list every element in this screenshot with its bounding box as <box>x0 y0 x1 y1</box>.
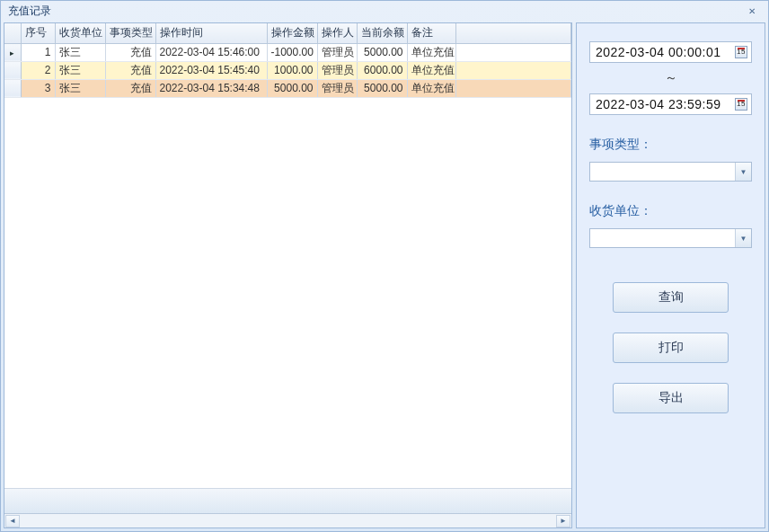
cell-time[interactable]: 2022-03-04 15:45:40 <box>155 61 267 79</box>
cell-seq[interactable]: 1 <box>21 43 55 61</box>
type-combo-value <box>590 163 735 181</box>
calendar-icon[interactable]: 15 <box>735 46 747 58</box>
row-indicator[interactable] <box>4 79 21 97</box>
cell-spacer <box>455 43 571 61</box>
date-to-value: 2022-03-04 23:59:59 <box>596 97 721 111</box>
window-title: 充值记录 <box>8 4 51 19</box>
col-op[interactable]: 操作人 <box>317 23 357 43</box>
cell-unit[interactable]: 张三 <box>55 79 105 97</box>
action-buttons: 查询 打印 导出 <box>589 282 752 413</box>
unit-label: 收货单位： <box>589 203 752 219</box>
col-note[interactable]: 备注 <box>407 23 455 43</box>
chevron-down-icon[interactable]: ▼ <box>735 163 751 181</box>
row-indicator[interactable] <box>4 61 21 79</box>
recharge-records-window: 充值记录 ✕ <box>0 0 769 532</box>
date-from-value: 2022-03-04 00:00:01 <box>596 45 721 59</box>
cell-unit[interactable]: 张三 <box>55 61 105 79</box>
cell-op[interactable]: 管理员 <box>317 61 357 79</box>
cell-note[interactable]: 单位充值 <box>407 79 455 97</box>
table-row[interactable]: 2张三充值2022-03-04 15:45:401000.00管理员6000.0… <box>4 61 571 79</box>
row-indicator[interactable]: ▸ <box>4 43 21 61</box>
col-type[interactable]: 事项类型 <box>105 23 155 43</box>
cell-seq[interactable]: 2 <box>21 61 55 79</box>
date-to-input[interactable]: 2022-03-04 23:59:59 15 <box>589 93 752 115</box>
cell-amount[interactable]: -1000.00 <box>267 43 317 61</box>
cell-balance[interactable]: 5000.00 <box>357 43 407 61</box>
type-label: 事项类型： <box>589 137 752 153</box>
cell-op[interactable]: 管理员 <box>317 79 357 97</box>
print-button[interactable]: 打印 <box>613 332 729 363</box>
date-range-separator: ～ <box>589 70 752 86</box>
table-row[interactable]: 3张三充值2022-03-04 15:34:485000.00管理员5000.0… <box>4 79 571 97</box>
cell-note[interactable]: 单位充值 <box>407 43 455 61</box>
titlebar: 充值记录 ✕ <box>1 1 768 21</box>
calendar-icon[interactable]: 15 <box>735 98 747 111</box>
type-combo[interactable]: ▼ <box>589 162 752 182</box>
grid-panel: 序号 收货单位 事项类型 操作时间 操作金额 操作人 当前余额 备注 ▸1张三充… <box>4 22 572 528</box>
col-unit[interactable]: 收货单位 <box>55 23 105 43</box>
cell-unit[interactable]: 张三 <box>55 43 105 61</box>
query-button[interactable]: 查询 <box>613 282 729 313</box>
scroll-left-icon[interactable]: ◄ <box>5 515 20 528</box>
row-selector-header <box>4 23 21 43</box>
cell-time[interactable]: 2022-03-04 15:46:00 <box>155 43 267 61</box>
table-header-row: 序号 收货单位 事项类型 操作时间 操作金额 操作人 当前余额 备注 <box>4 23 571 43</box>
horizontal-scrollbar[interactable]: ◄ ► <box>4 513 571 528</box>
date-from-input[interactable]: 2022-03-04 00:00:01 15 <box>589 41 752 63</box>
unit-combo-value <box>590 229 735 247</box>
current-row-icon: ▸ <box>10 49 14 58</box>
export-button[interactable]: 导出 <box>613 383 729 413</box>
col-amount[interactable]: 操作金额 <box>267 23 317 43</box>
cell-spacer <box>455 61 571 79</box>
filter-panel: 2022-03-04 00:00:01 15 ～ 2022-03-04 23:5… <box>576 22 765 528</box>
scroll-right-icon[interactable]: ► <box>556 515 570 528</box>
records-table: 序号 收货单位 事项类型 操作时间 操作金额 操作人 当前余额 备注 ▸1张三充… <box>4 23 571 98</box>
unit-combo[interactable]: ▼ <box>589 228 752 248</box>
cell-amount[interactable]: 5000.00 <box>267 79 317 97</box>
table-row[interactable]: ▸1张三充值2022-03-04 15:46:00-1000.00管理员5000… <box>4 43 571 61</box>
cell-op[interactable]: 管理员 <box>317 43 357 61</box>
chevron-down-icon[interactable]: ▼ <box>735 229 751 247</box>
cell-spacer <box>455 79 571 97</box>
cell-balance[interactable]: 6000.00 <box>357 61 407 79</box>
close-icon[interactable]: ✕ <box>741 4 763 17</box>
cell-amount[interactable]: 1000.00 <box>267 61 317 79</box>
cell-note[interactable]: 单位充值 <box>407 61 455 79</box>
cell-type[interactable]: 充值 <box>105 79 155 97</box>
cell-type[interactable]: 充值 <box>105 61 155 79</box>
col-seq[interactable]: 序号 <box>21 23 55 43</box>
col-spacer <box>455 23 571 43</box>
grid-scroll[interactable]: 序号 收货单位 事项类型 操作时间 操作金额 操作人 当前余额 备注 ▸1张三充… <box>4 23 571 488</box>
content-area: 序号 收货单位 事项类型 操作时间 操作金额 操作人 当前余额 备注 ▸1张三充… <box>1 21 768 531</box>
cell-balance[interactable]: 5000.00 <box>357 79 407 97</box>
col-balance[interactable]: 当前余额 <box>357 23 407 43</box>
col-time[interactable]: 操作时间 <box>155 23 267 43</box>
grid-footer-bar <box>4 488 571 513</box>
cell-type[interactable]: 充值 <box>105 43 155 61</box>
scroll-track[interactable] <box>21 515 555 528</box>
cell-time[interactable]: 2022-03-04 15:34:48 <box>155 79 267 97</box>
cell-seq[interactable]: 3 <box>21 79 55 97</box>
